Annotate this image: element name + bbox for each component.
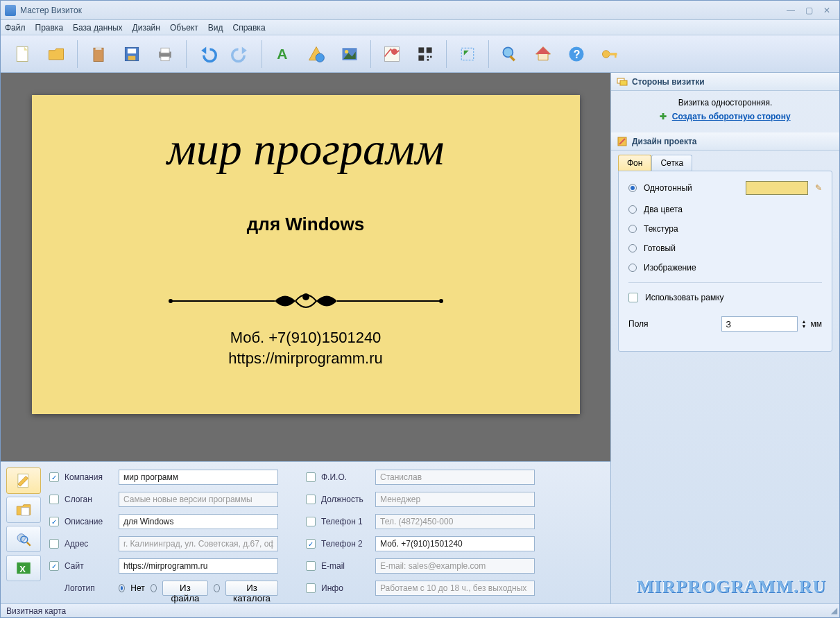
svg-marker-11 — [242, 46, 247, 54]
input-info[interactable] — [375, 581, 535, 596]
input-address[interactable] — [119, 536, 278, 551]
chk-phone2[interactable]: ✓ — [306, 539, 316, 549]
radio-bg-texture[interactable] — [628, 225, 637, 233]
chk-address[interactable] — [49, 539, 59, 549]
new-button[interactable] — [6, 38, 40, 70]
image-button[interactable] — [333, 38, 366, 70]
svg-rect-36 — [615, 53, 617, 58]
radio-bg-solid[interactable] — [628, 184, 637, 192]
chk-info[interactable] — [306, 583, 316, 593]
input-site[interactable] — [119, 558, 278, 574]
maximize-button[interactable]: ▢ — [800, 5, 817, 16]
form-panel: X ✓ Компания Ф.И.О. Слоган Должность ✓ О… — [1, 461, 610, 603]
radio-logo-file[interactable] — [151, 584, 157, 592]
eyedropper-icon[interactable]: ✎ — [815, 183, 822, 193]
crop-button[interactable] — [451, 38, 484, 70]
app-icon — [5, 5, 16, 16]
svg-marker-31 — [536, 46, 551, 54]
tab-background[interactable]: Фон — [618, 155, 651, 171]
label-company: Компания — [65, 472, 114, 482]
help-button[interactable]: ? — [560, 38, 593, 70]
map-button[interactable] — [375, 38, 409, 70]
sidetab-folder[interactable] — [6, 497, 41, 523]
text-button[interactable]: A — [266, 38, 300, 70]
svg-point-41 — [302, 293, 309, 300]
canvas[interactable]: мир программ для Windows Моб. +7(910)150… — [1, 73, 610, 461]
chk-slogan[interactable] — [49, 495, 59, 504]
menu-file[interactable]: Файл — [5, 23, 26, 33]
input-fio[interactable] — [375, 470, 535, 485]
svg-point-14 — [316, 53, 324, 62]
home-button[interactable] — [526, 38, 560, 70]
label-position: Должность — [321, 495, 371, 504]
svg-point-19 — [391, 49, 397, 55]
menu-design[interactable]: Дизайн — [132, 23, 160, 33]
close-button[interactable]: ✕ — [818, 5, 835, 16]
preview-button[interactable] — [493, 38, 526, 70]
sidetab-search[interactable] — [6, 526, 41, 552]
chk-site[interactable]: ✓ — [49, 561, 59, 571]
radio-logo-none[interactable] — [119, 584, 125, 592]
chk-email[interactable] — [306, 561, 316, 571]
card-subtitle[interactable]: для Windows — [247, 214, 364, 235]
ornament-icon[interactable] — [167, 287, 445, 315]
label-info: Инфо — [321, 583, 371, 593]
business-card[interactable]: мир программ для Windows Моб. +7(910)150… — [32, 95, 580, 414]
key-button[interactable] — [593, 38, 626, 70]
qrcode-button[interactable] — [409, 38, 442, 70]
input-desc[interactable] — [119, 514, 278, 529]
btn-logo-file[interactable]: Из файла — [162, 581, 208, 596]
radio-bg-image[interactable] — [628, 264, 637, 272]
menu-help[interactable]: Справка — [232, 23, 265, 33]
chk-phone1[interactable] — [306, 517, 316, 526]
chk-fio[interactable] — [306, 472, 316, 482]
svg-rect-6 — [128, 55, 136, 60]
input-margins[interactable] — [721, 316, 798, 332]
svg-text:X: X — [19, 564, 26, 574]
svg-rect-43 — [22, 508, 29, 515]
paste-button[interactable] — [82, 38, 115, 70]
input-position[interactable] — [375, 492, 535, 507]
label-phone1: Телефон 1 — [321, 517, 371, 526]
menu-database[interactable]: База данных — [73, 23, 122, 33]
chk-company[interactable]: ✓ — [49, 472, 59, 482]
spinner-icon[interactable]: ▲▼ — [802, 319, 807, 329]
chk-desc[interactable]: ✓ — [49, 517, 59, 526]
chk-use-frame[interactable] — [628, 293, 638, 302]
input-phone1[interactable] — [375, 514, 535, 529]
open-button[interactable] — [40, 38, 73, 70]
shape-button[interactable] — [300, 38, 333, 70]
card-phone[interactable]: Моб. +7(910)1501240 — [230, 329, 382, 347]
menu-object[interactable]: Объект — [170, 23, 198, 33]
input-company[interactable] — [119, 470, 278, 485]
minimize-button[interactable]: — — [782, 5, 799, 16]
create-back-link[interactable]: Создать оборотную сторону — [672, 112, 791, 121]
label-logo-none: Нет — [130, 583, 144, 593]
menu-view[interactable]: Вид — [208, 23, 223, 33]
svg-line-46 — [27, 542, 31, 546]
color-swatch[interactable] — [746, 181, 808, 195]
card-url[interactable]: https://mirprogramm.ru — [228, 350, 383, 368]
print-button[interactable] — [148, 38, 182, 70]
undo-button[interactable] — [191, 38, 224, 70]
label-bg-texture: Текстура — [644, 224, 678, 234]
one-sided-text: Визитка односторонняя. — [621, 98, 830, 108]
redo-button[interactable] — [224, 38, 257, 70]
radio-bg-ready[interactable] — [628, 244, 637, 252]
menu-edit[interactable]: Правка — [35, 23, 64, 33]
sidetab-excel[interactable]: X — [6, 555, 41, 581]
input-email[interactable] — [375, 558, 535, 574]
radio-logo-catalog[interactable] — [214, 584, 220, 592]
btn-logo-catalog[interactable]: Из каталога — [225, 581, 278, 596]
chk-position[interactable] — [306, 495, 316, 504]
tab-grid[interactable]: Сетка — [651, 155, 692, 171]
svg-rect-29 — [509, 55, 515, 61]
radio-bg-two[interactable] — [628, 205, 637, 214]
input-slogan[interactable] — [119, 492, 278, 507]
sidetab-edit[interactable] — [6, 467, 41, 494]
save-button[interactable] — [115, 38, 148, 70]
card-company[interactable]: мир программ — [167, 123, 445, 175]
resize-grip-icon[interactable]: ◢ — [831, 606, 837, 615]
section-sides-header: Стороны визитки — [611, 73, 839, 91]
input-phone2[interactable] — [375, 536, 535, 551]
